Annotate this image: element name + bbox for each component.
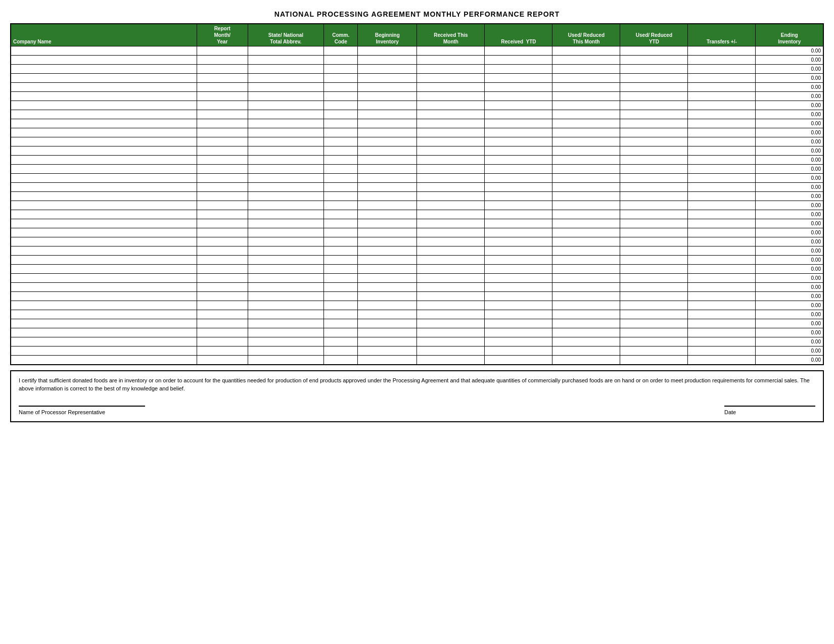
cell-data	[620, 319, 688, 328]
cell-data	[688, 92, 756, 101]
cell-data	[324, 83, 358, 92]
cell-data	[417, 156, 485, 165]
cell-data	[324, 56, 358, 65]
cell-company	[11, 46, 197, 56]
cell-data	[688, 110, 756, 119]
cell-data	[552, 174, 620, 183]
table-row: 0.00	[11, 74, 823, 83]
cell-data	[688, 237, 756, 246]
name-signature-line	[19, 406, 145, 407]
cell-data	[324, 165, 358, 174]
cell-data	[248, 119, 324, 128]
cell-data	[417, 83, 485, 92]
cell-data	[485, 346, 552, 356]
cell-company	[11, 183, 197, 192]
cell-data	[358, 165, 417, 174]
cell-data	[248, 319, 324, 328]
cell-ending-inventory: 0.00	[756, 228, 823, 237]
cell-data	[197, 228, 248, 237]
cell-data	[358, 237, 417, 246]
cell-data	[324, 265, 358, 274]
cell-data	[688, 165, 756, 174]
cell-ending-inventory: 0.00	[756, 292, 823, 301]
cell-data	[358, 210, 417, 219]
cell-data	[324, 219, 358, 228]
cell-data	[620, 337, 688, 346]
cell-data	[197, 92, 248, 101]
table-row: 0.00	[11, 92, 823, 101]
cell-data	[417, 56, 485, 65]
cell-data	[248, 246, 324, 256]
cell-data	[688, 119, 756, 128]
table-row: 0.00	[11, 265, 823, 274]
cell-ending-inventory: 0.00	[756, 56, 823, 65]
cell-data	[324, 101, 358, 110]
cell-data	[485, 146, 552, 156]
cell-data	[485, 201, 552, 210]
cell-data	[417, 292, 485, 301]
cell-company	[11, 65, 197, 74]
cell-data	[417, 346, 485, 356]
cell-data	[620, 174, 688, 183]
cell-data	[688, 328, 756, 337]
cell-data	[552, 319, 620, 328]
cell-data	[324, 156, 358, 165]
cell-data	[552, 56, 620, 65]
cell-data	[485, 183, 552, 192]
cell-data	[248, 101, 324, 110]
cell-data	[358, 146, 417, 156]
cell-data	[552, 156, 620, 165]
cell-data	[358, 128, 417, 137]
cell-data	[552, 192, 620, 201]
table-row: 0.00	[11, 292, 823, 301]
cell-data	[324, 201, 358, 210]
cell-data	[552, 246, 620, 256]
cell-ending-inventory: 0.00	[756, 356, 823, 365]
table-row: 0.00	[11, 192, 823, 201]
cell-data	[417, 128, 485, 137]
cell-data	[324, 310, 358, 319]
cell-data	[197, 246, 248, 256]
cell-data	[688, 246, 756, 256]
cell-data	[248, 201, 324, 210]
cell-data	[358, 219, 417, 228]
cell-company	[11, 110, 197, 119]
cell-data	[620, 156, 688, 165]
cell-data	[358, 156, 417, 165]
cell-data	[688, 210, 756, 219]
cell-data	[485, 337, 552, 346]
table-row: 0.00	[11, 337, 823, 346]
cell-ending-inventory: 0.00	[756, 146, 823, 156]
cell-data	[417, 328, 485, 337]
cell-data	[324, 356, 358, 365]
cell-data	[485, 256, 552, 265]
cell-data	[197, 156, 248, 165]
cell-data	[688, 265, 756, 274]
header-received-ytd: Received YTD	[485, 24, 552, 46]
cell-data	[248, 219, 324, 228]
cell-data	[485, 101, 552, 110]
cell-data	[358, 101, 417, 110]
cell-data	[324, 237, 358, 246]
cell-data	[324, 256, 358, 265]
cell-data	[417, 165, 485, 174]
cell-data	[688, 146, 756, 156]
cell-data	[197, 292, 248, 301]
cell-company	[11, 146, 197, 156]
cell-ending-inventory: 0.00	[756, 319, 823, 328]
cell-data	[324, 74, 358, 83]
cell-ending-inventory: 0.00	[756, 92, 823, 101]
cell-data	[620, 328, 688, 337]
cell-ending-inventory: 0.00	[756, 83, 823, 92]
cell-data	[620, 74, 688, 83]
page-title: NATIONAL PROCESSING AGREEMENT MONTHLY PE…	[10, 10, 824, 18]
header-company: Company Name	[11, 24, 197, 46]
cell-company	[11, 265, 197, 274]
cell-data	[417, 146, 485, 156]
cell-data	[552, 165, 620, 174]
cell-data	[552, 337, 620, 346]
cell-data	[485, 174, 552, 183]
table-row: 0.00	[11, 319, 823, 328]
cell-data	[248, 346, 324, 356]
cell-data	[688, 101, 756, 110]
